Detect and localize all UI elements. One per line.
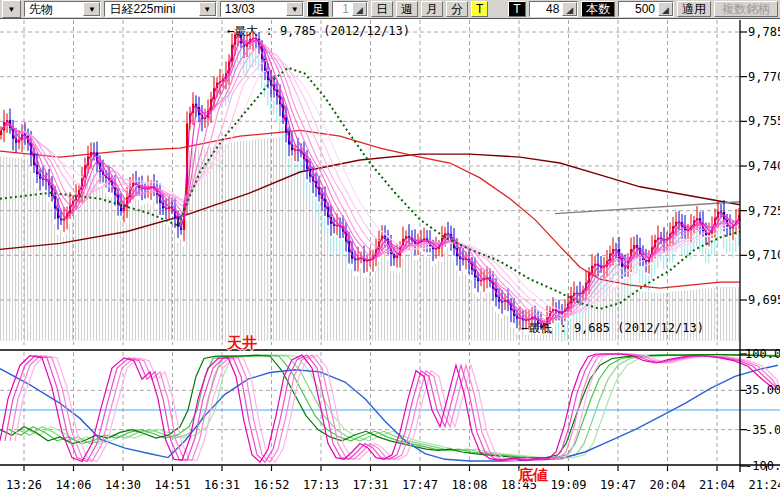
time-tick-label: 16:52 xyxy=(253,478,289,492)
bar-count-stepper[interactable]: 500 ◢ xyxy=(618,1,674,17)
time-tick-label: 17:31 xyxy=(352,478,388,492)
rci-slow-line xyxy=(9,355,779,459)
market-select-value: 先物 xyxy=(25,2,84,16)
time-tick-label: 14:06 xyxy=(55,478,91,492)
interval-value: 1 xyxy=(333,2,352,16)
time-tick-label: 17:47 xyxy=(402,478,438,492)
ashi-toggle-button[interactable]: 足 xyxy=(307,1,329,17)
spinner-icon[interactable]: ◢ xyxy=(562,2,577,16)
contract-month-value: 13/03 xyxy=(221,2,286,16)
symbol-select-value: 日経225mini xyxy=(105,2,198,16)
spinner-icon[interactable]: ◢ xyxy=(352,2,367,16)
spinner-icon[interactable]: ◢ xyxy=(658,2,673,16)
chevron-down-icon: ▼ xyxy=(7,5,15,14)
time-tick-label: 20:04 xyxy=(649,478,685,492)
oscillator-tick-label: 100.00 xyxy=(745,347,780,361)
oscillator-tick-label: -100.00 xyxy=(745,459,780,473)
multi-symbol-button[interactable]: 複数銘柄 xyxy=(714,1,778,17)
price-tick-label: 9,770 xyxy=(748,70,780,84)
period-day-button[interactable]: 日 xyxy=(371,1,393,17)
price-tick-label: 9,785 xyxy=(748,25,780,39)
time-tick-label: 19:47 xyxy=(600,478,636,492)
price-tick-label: 9,755 xyxy=(748,114,780,128)
toolbar-dropdown-button[interactable]: ▼ xyxy=(2,0,21,18)
trend-line xyxy=(555,202,740,214)
time-tick-label: 16:31 xyxy=(204,478,240,492)
chevron-down-icon[interactable]: ▼ xyxy=(83,2,100,16)
toolbar: ▼ 先物 ▼ 日経225mini ▼ 13/03 ▼ 足 1 ◢ 日 週 月 分… xyxy=(0,0,780,19)
period-minute-button[interactable]: 分 xyxy=(446,1,468,17)
contract-month-select[interactable]: 13/03 ▼ xyxy=(220,1,304,17)
apply-button[interactable]: 適用 xyxy=(677,1,711,17)
time-tick-label: 18:08 xyxy=(451,478,487,492)
time-tick-label: 21:04 xyxy=(699,478,735,492)
market-select[interactable]: 先物 ▼ xyxy=(24,1,102,17)
rci-slow-line xyxy=(27,355,779,459)
oscillator-tick-label: -35.00 xyxy=(745,423,780,437)
time-tick-label: 19:09 xyxy=(550,478,586,492)
ceiling-annotation: 天井 xyxy=(227,334,257,353)
price-tick-label: 9,710 xyxy=(748,248,780,262)
max-price-annotation: ←最大 : 9,785 (2012/12/13) xyxy=(227,23,410,40)
rci-fast-line xyxy=(10,354,779,462)
rci-fast-line xyxy=(15,354,779,462)
tick-count-stepper[interactable]: 48 ◢ xyxy=(529,1,579,17)
time-tick-label: 14:30 xyxy=(105,478,141,492)
interval-stepper[interactable]: 1 ◢ xyxy=(332,1,368,17)
chevron-down-icon[interactable]: ▼ xyxy=(199,2,216,16)
min-price-annotation: ←最低 : 9,685 (2012/12/13) xyxy=(521,320,704,337)
rci-mid-line xyxy=(0,365,778,461)
bar-count-toggle-button[interactable]: 本数 xyxy=(581,1,615,17)
time-tick-label: 14:51 xyxy=(154,478,190,492)
period-week-button[interactable]: 週 xyxy=(396,1,418,17)
time-tick-label: 17:13 xyxy=(303,478,339,492)
price-tick-label: 9,725 xyxy=(748,204,780,218)
time-tick-label: 13:26 xyxy=(6,478,42,492)
bar-count-value: 500 xyxy=(619,2,658,16)
charting-app-window: { "toolbar": { "dropdown_icon": "▼", "co… xyxy=(0,0,780,500)
price-chart[interactable] xyxy=(0,0,780,500)
tick-mode-button[interactable]: T xyxy=(508,1,525,17)
symbol-select[interactable]: 日経225mini ▼ xyxy=(104,1,216,17)
bottom-annotation: 底値 xyxy=(518,466,548,485)
oscillator-tick-label: 35.00 xyxy=(745,383,780,397)
time-tick-label: 21:24 xyxy=(748,478,780,492)
period-tick-button[interactable]: T xyxy=(471,1,488,17)
chevron-down-icon[interactable]: ▼ xyxy=(286,2,303,16)
price-tick-label: 9,740 xyxy=(748,159,780,173)
price-tick-label: 9,695 xyxy=(748,293,780,307)
period-month-button[interactable]: 月 xyxy=(421,1,443,17)
tick-count-value: 48 xyxy=(530,2,563,16)
